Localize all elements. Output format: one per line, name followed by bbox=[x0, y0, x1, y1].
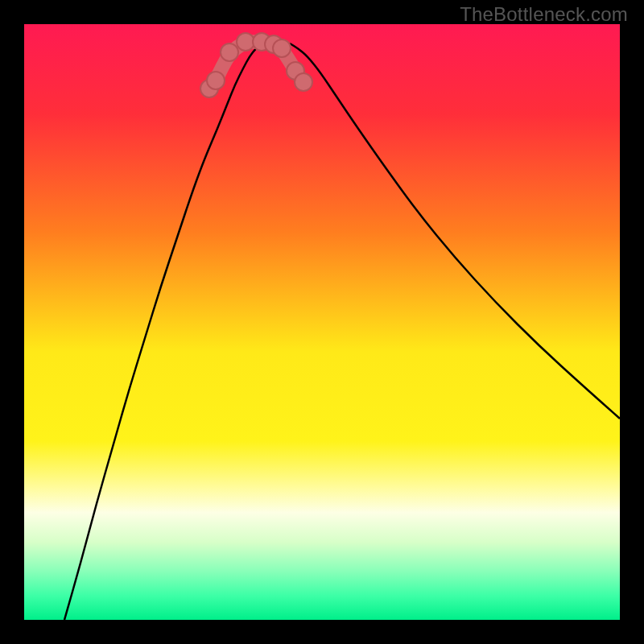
right-curve bbox=[290, 43, 620, 419]
left-curve bbox=[64, 43, 262, 620]
floor-marker-dot bbox=[273, 39, 291, 57]
chart-frame: TheBottleneck.com bbox=[0, 0, 644, 644]
floor-marker-dot bbox=[295, 73, 312, 91]
floor-marker-dot bbox=[237, 33, 254, 51]
floor-marker-dot bbox=[207, 72, 225, 89]
curve-layer bbox=[24, 24, 620, 620]
floor-marker-dot bbox=[221, 43, 238, 61]
plot-area bbox=[24, 24, 620, 620]
watermark-text: TheBottleneck.com bbox=[460, 3, 628, 26]
